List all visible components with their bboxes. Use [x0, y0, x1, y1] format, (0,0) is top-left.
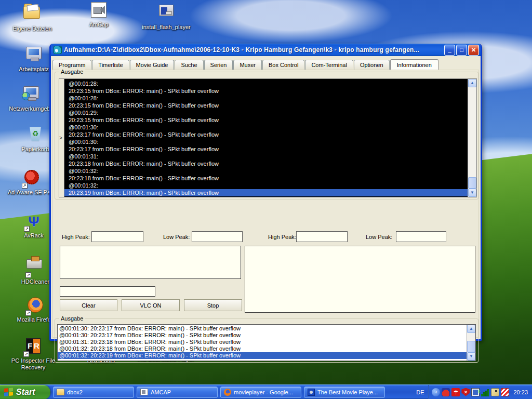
bottom-output-group-label: Ausgabe — [59, 315, 85, 322]
system-tray: ‹ ☂ 20:23 — [428, 385, 532, 399]
tab-optionen[interactable]: Optionen — [354, 60, 390, 70]
console-line[interactable]: 20:23:15 from DBox: ERROR: main() - SPkt… — [64, 116, 468, 124]
tab-page-informationen: Ausgabe > @00:01:28: 20:23:15 from DBox:… — [52, 70, 479, 338]
console-line[interactable]: @00:01:28: — [64, 80, 468, 87]
taskbar-item-best-movie-player[interactable]: The Best Movie Playe... — [304, 387, 385, 398]
hdcleaner-icon: ↗ — [26, 259, 44, 277]
low-peak-field-2[interactable] — [396, 231, 446, 242]
language-indicator[interactable]: DE — [412, 389, 428, 395]
file-recovery-icon: FR↗ — [24, 338, 42, 356]
desktop-icon-amcap[interactable]: AmCap — [73, 1, 125, 28]
firewall-barrier-icon[interactable] — [501, 388, 509, 396]
console-line-selected[interactable]: 20:23:19 from DBox: ERROR: main() - SPkt… — [64, 189, 468, 196]
high-peak-field-1[interactable] — [91, 231, 143, 242]
desktop-icon-eigene-dateien[interactable]: Eigene Dateien — [6, 2, 58, 32]
tab-suche[interactable]: Suche — [175, 60, 203, 70]
console-line[interactable]: 20:23:17 from DBox: ERROR: main() - SPkt… — [64, 145, 468, 153]
list-item[interactable]: @00:01:30: 20:23:17 from DBox: ERROR: ma… — [58, 325, 467, 332]
taskbar-item-amcap[interactable]: AMCAP — [137, 387, 218, 398]
console-line[interactable]: @00:01:31: — [64, 153, 468, 160]
app-icon — [54, 46, 62, 54]
taskbar-item-movieplayer-google[interactable]: movieplayer - Google... — [220, 387, 301, 398]
desktop-icon-pc-inspector[interactable]: FR↗ PC Inspector File Recovery — [4, 338, 62, 371]
right-list-box[interactable] — [245, 246, 475, 313]
console-line[interactable]: 20:23:17 from DBox: ERROR: main() - SPkt… — [64, 131, 468, 138]
tab-box-control[interactable]: Box Control — [262, 60, 304, 70]
minimize-button[interactable]: _ — [444, 45, 455, 56]
maximize-button[interactable]: □ — [456, 45, 467, 56]
scroll-up-icon[interactable]: ▲ — [468, 79, 476, 87]
movie-player-icon — [308, 389, 315, 396]
tab-muxer[interactable]: Muxer — [233, 60, 262, 70]
console-output[interactable]: > @00:01:28: 20:23:15 from DBox: ERROR: … — [59, 78, 477, 197]
start-button[interactable]: Start — [0, 385, 50, 399]
output-group-label: Ausgabe — [59, 69, 85, 75]
daemon-tray-icon[interactable] — [442, 388, 450, 396]
low-peak-field-1[interactable] — [192, 231, 243, 242]
console-line[interactable]: @00:01:30: — [64, 138, 468, 145]
high-peak-field-2[interactable] — [296, 231, 348, 242]
console-line[interactable]: 20:23:15 from DBox: ERROR: main() - SPkt… — [64, 102, 468, 109]
taskbar-clock: 20:23 — [513, 389, 528, 395]
remote-display-icon[interactable] — [471, 388, 480, 396]
taskbar: Start dbox2 AMCAP movieplayer - Google..… — [0, 384, 532, 399]
taskbar-item-dbox2[interactable]: dbox2 — [53, 387, 134, 398]
tab-informationen[interactable]: Informationen — [390, 59, 438, 70]
list-item[interactable]: @00:01:31: 20:23:18 from DBox: ERROR: ma… — [58, 339, 467, 345]
list-item[interactable]: @00:01:32: 20:23:18 from DBox: ERROR: ma… — [58, 345, 467, 352]
firefox-icon: ↗ — [26, 297, 44, 315]
avrack-icon: Ψ↗ — [25, 213, 43, 231]
scroll-up-icon[interactable]: ▲ — [467, 325, 475, 333]
recycle-bin-icon: ♻ — [26, 127, 44, 144]
console-line[interactable]: 20:23:18 from DBox: ERROR: main() - SPkt… — [64, 160, 468, 167]
security-shield-icon[interactable] — [461, 388, 470, 396]
tab-movie-guide[interactable]: Movie Guide — [130, 60, 175, 70]
windows-flag-icon — [4, 388, 14, 397]
adaware-icon: ↗ — [23, 170, 41, 188]
desktop-icon-label: PC Inspector File Recovery — [4, 357, 62, 371]
console-scrollbar[interactable]: ▲ ▼ — [468, 79, 476, 197]
console-line[interactable]: @00:01:32: — [64, 182, 468, 189]
folder-icon — [57, 389, 64, 395]
console-line[interactable]: @00:01:32: — [64, 167, 468, 175]
tab-serien[interactable]: Serien — [204, 60, 233, 70]
network-places-icon — [22, 86, 40, 104]
desktop-icon-label: install_flash_player — [140, 24, 192, 31]
scroll-thumb[interactable] — [468, 177, 476, 189]
list-item-selected[interactable]: @00:01:32: 20:23:19 from DBox: ERROR: ma… — [58, 352, 467, 359]
memory-card-icon[interactable] — [491, 388, 499, 396]
vlc-on-button[interactable]: VLC ON — [122, 299, 180, 311]
desktop-icon-label: AmCap — [73, 21, 125, 28]
scroll-down-icon[interactable]: ▼ — [468, 189, 476, 197]
tab-timerliste[interactable]: Timerliste — [92, 60, 129, 70]
close-button[interactable]: ✕ — [468, 45, 479, 56]
bottom-output-list[interactable]: @00:01:30: 20:23:17 from DBox: ERROR: ma… — [57, 324, 476, 361]
console-line[interactable]: @00:01:28: — [64, 95, 468, 102]
left-list-box[interactable] — [60, 246, 241, 279]
high-peak-label-1: High Peak: — [62, 234, 90, 240]
hide-icons-chevron-icon[interactable]: ‹ — [432, 388, 440, 396]
firefox-icon — [224, 389, 231, 396]
console-line[interactable]: @00:01:29: — [64, 109, 468, 116]
scroll-down-icon[interactable]: ▼ — [467, 352, 475, 361]
bottom-list-scrollbar[interactable]: ▲ ▼ — [467, 325, 475, 361]
application-window: Aufnahme:D:\A-Z\d\dbox2\Dbox-Aufnahme\20… — [49, 44, 482, 341]
desktop-icon-install-flash-player[interactable]: install_flash_player — [140, 2, 192, 31]
clear-button[interactable]: Clear — [60, 299, 117, 311]
scroll-thumb[interactable] — [467, 341, 475, 352]
antivir-umbrella-icon[interactable]: ☂ — [451, 388, 460, 396]
console-line[interactable]: @00:01:30: — [64, 124, 468, 131]
signal-strength-icon[interactable] — [481, 388, 489, 396]
high-peak-label-2: High Peak: — [268, 234, 296, 240]
desktop-icon-label: Eigene Dateien — [6, 25, 58, 32]
tab-com-terminal[interactable]: Com-Terminal — [305, 60, 353, 70]
stop-button[interactable]: Stop — [184, 299, 242, 311]
list-item[interactable]: @00:01:30: 20:23:17 from DBox: ERROR: ma… — [58, 332, 467, 339]
bottom-list-lines: @00:01:30: 20:23:17 from DBox: ERROR: ma… — [58, 325, 467, 361]
command-input[interactable] — [60, 286, 155, 297]
title-bar[interactable]: Aufnahme:D:\A-Z\d\dbox2\Dbox-Aufnahme\20… — [51, 44, 481, 56]
console-line[interactable]: 20:23:15 from DBox: ERROR: main() - SPkt… — [64, 87, 468, 95]
console-line[interactable]: 20:23:18 from DBox: ERROR: main() - SPkt… — [64, 175, 468, 182]
window-title: Aufnahme:D:\A-Z\d\dbox2\Dbox-Aufnahme\20… — [64, 46, 444, 54]
console-gutter: > — [59, 79, 64, 197]
